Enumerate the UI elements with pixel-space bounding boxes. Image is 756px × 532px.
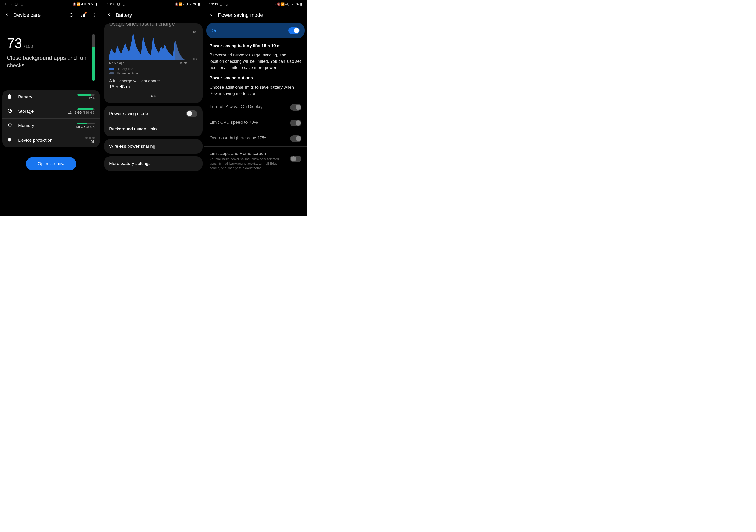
- chart-legend: Battery use Estimated time: [109, 67, 198, 75]
- status-time: 19:09: [209, 2, 218, 6]
- option-aod-row[interactable]: Turn off Always On Display: [204, 100, 307, 115]
- memory-bar: [77, 122, 95, 124]
- legend-label-est: Estimated time: [117, 71, 138, 75]
- master-toggle[interactable]: [288, 27, 300, 34]
- settings-card-1: Power saving mode Background usage limit…: [104, 106, 202, 136]
- search-icon[interactable]: [69, 13, 74, 18]
- svg-rect-3: [85, 13, 85, 17]
- signal-stats-icon[interactable]: [81, 13, 86, 18]
- mbs-label: More battery settings: [109, 161, 198, 166]
- on-label: On: [211, 28, 288, 33]
- back-icon[interactable]: [107, 13, 112, 18]
- power-saving-mode-row[interactable]: Power saving mode: [104, 106, 202, 122]
- usage-chart-card[interactable]: Usage since last full charge 100 0% 5 d …: [104, 23, 202, 103]
- aod-label: Turn off Always On Display: [209, 104, 290, 109]
- status-bar: 19:08 ▢ ⬝ ⬚ 🔇 📶 ₊ıl ,ıll 76% ▮: [0, 0, 102, 8]
- memory-value: 4.5 GB /8 GB: [75, 125, 95, 129]
- protection-label: Device protection: [18, 138, 85, 143]
- more-battery-settings-row[interactable]: More battery settings: [104, 156, 202, 171]
- legend-label-use: Battery use: [117, 67, 133, 71]
- status-left-icons: ▢ ⬝ ⬚: [219, 2, 227, 6]
- psm-label: Power saving mode: [109, 111, 186, 116]
- background-usage-limits-row[interactable]: Background usage limits: [104, 122, 202, 136]
- memory-icon: [8, 123, 13, 128]
- aod-toggle[interactable]: [290, 104, 302, 111]
- brightness-label: Decrease brightness by 10%: [209, 135, 290, 141]
- storage-icon: [8, 109, 13, 114]
- status-bar: 19:09 ▢ ⬝ ⬚ ⎘ 🔇 📶 ₊ıl ,ıll 75% ▮: [204, 0, 307, 8]
- brightness-toggle[interactable]: [290, 135, 302, 142]
- chart-title: Usage since last full charge: [109, 23, 198, 27]
- svg-point-5: [94, 15, 95, 15]
- stats-card: Battery 12 h Storage 114.3 GB /128 GB Me…: [2, 90, 100, 147]
- options-list: Turn off Always On Display Limit CPU spe…: [204, 100, 307, 175]
- storage-label: Storage: [18, 109, 68, 114]
- options-description: Choose additional limits to save battery…: [209, 84, 302, 97]
- x-right-label: 12 h left: [176, 61, 187, 65]
- wps-label: Wireless power sharing: [109, 144, 198, 149]
- svg-rect-8: [9, 94, 10, 95]
- battery-bar: [77, 94, 95, 96]
- screen-battery: 19:08 ▢ ⬝ ⬚ 🔇 📶 ₊ıl ,ıll 76% ▮ Battery U…: [102, 0, 204, 216]
- info-block: Power saving battery life: 15 h 10 m Bac…: [204, 38, 307, 97]
- score-bar-fill: [92, 47, 95, 81]
- option-limit-apps-row[interactable]: Limit apps and Home screen For maximum p…: [204, 146, 307, 175]
- protection-row[interactable]: Device protection Off: [2, 133, 100, 147]
- page-title: Device care: [14, 12, 65, 18]
- description-text: Background network usage, syncing, and l…: [209, 52, 302, 71]
- header: Battery: [102, 8, 204, 22]
- notification-dot-icon: [85, 12, 87, 13]
- estimate-label: A full charge will last about:: [109, 79, 198, 84]
- limit-apps-label: Limit apps and Home screen: [209, 151, 290, 156]
- battery-label: Battery: [18, 94, 77, 100]
- svg-point-6: [94, 16, 95, 17]
- page-title: Battery: [116, 12, 200, 18]
- wireless-power-sharing-row[interactable]: Wireless power sharing: [104, 139, 202, 153]
- y-min-label: 0%: [193, 57, 198, 61]
- psm-toggle[interactable]: [186, 110, 198, 117]
- x-left-label: 5 d 6 h ago: [109, 61, 124, 65]
- optimise-button[interactable]: Optimise now: [26, 157, 76, 170]
- header: Device care: [0, 8, 102, 22]
- more-icon[interactable]: [93, 13, 97, 18]
- back-icon[interactable]: [209, 13, 214, 18]
- score-description: Close background apps and run checks: [7, 54, 87, 69]
- protection-value: Off: [91, 140, 95, 144]
- battery-icon: ▮: [300, 2, 302, 6]
- battery-row[interactable]: Battery 12 h: [2, 90, 100, 104]
- status-right-icons: 🔇 📶 ₊ıl ,ıll: [175, 2, 188, 6]
- status-left-icons: ▢ ⬝ ⬚: [15, 2, 23, 6]
- pager-dots[interactable]: [109, 95, 198, 97]
- chart-x-labels: 5 d 6 h ago 12 h left: [109, 61, 187, 65]
- storage-value: 114.3 GB /128 GB: [68, 111, 95, 114]
- status-battery-pct: 76%: [189, 2, 197, 6]
- svg-rect-1: [81, 15, 82, 17]
- memory-row[interactable]: Memory 4.5 GB /8 GB: [2, 119, 100, 133]
- header: Power saving mode: [204, 8, 307, 22]
- bul-label: Background usage limits: [109, 126, 198, 132]
- legend-color-est: [109, 72, 114, 74]
- settings-card-2: Wireless power sharing: [104, 139, 202, 153]
- score-bar: [92, 34, 95, 81]
- memory-label: Memory: [18, 123, 75, 128]
- status-time: 19:08: [107, 2, 116, 6]
- battery-life-heading: Power saving battery life: 15 h 10 m: [209, 43, 302, 48]
- status-time: 19:08: [5, 2, 14, 6]
- option-cpu-row[interactable]: Limit CPU speed to 70%: [204, 115, 307, 131]
- limit-apps-toggle[interactable]: [290, 156, 302, 162]
- storage-row[interactable]: Storage 114.3 GB /128 GB: [2, 104, 100, 119]
- option-brightness-row[interactable]: Decrease brightness by 10%: [204, 131, 307, 146]
- chart-svg: [109, 32, 187, 60]
- battery-value: 12 h: [89, 96, 95, 100]
- limit-apps-sub: For maximum power saving, allow only sel…: [209, 157, 280, 170]
- battery-chart: 100 0%: [109, 32, 198, 60]
- back-icon[interactable]: [5, 13, 9, 18]
- cpu-toggle[interactable]: [290, 120, 302, 126]
- master-toggle-row[interactable]: On: [206, 23, 305, 38]
- battery-icon: ▮: [96, 2, 97, 6]
- score-section: 73 /100 Close background apps and run ch…: [0, 22, 102, 88]
- svg-rect-10: [9, 124, 11, 126]
- page-title: Power saving mode: [218, 12, 302, 18]
- shield-icon: [8, 137, 13, 143]
- screen-power-saving-mode: 19:09 ▢ ⬝ ⬚ ⎘ 🔇 📶 ₊ıl ,ıll 75% ▮ Power s…: [204, 0, 307, 216]
